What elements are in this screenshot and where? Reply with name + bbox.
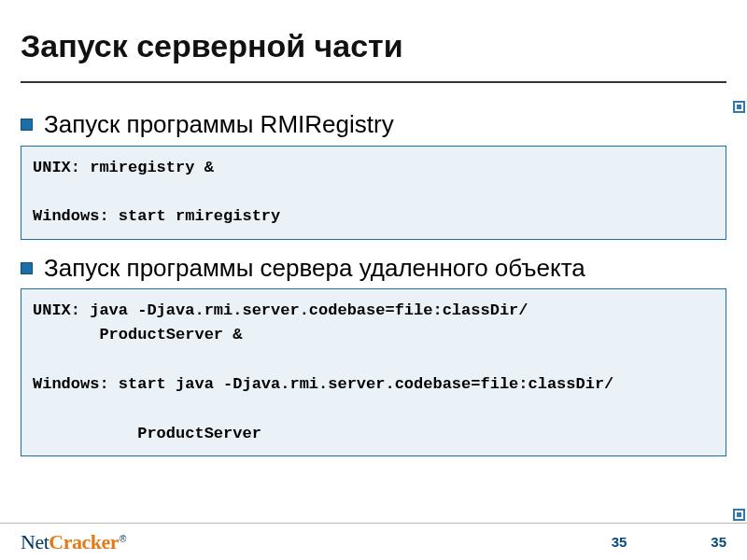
title-wrap: Запуск серверной части <box>0 0 747 72</box>
bullet-text: Запуск программы сервера удаленного объе… <box>44 253 585 284</box>
decor-square-icon <box>733 101 745 113</box>
code-block: UNIX: java -Djava.rmi.server.codebase=fi… <box>21 288 726 456</box>
page-number: 35 <box>711 534 726 550</box>
page-numbers: 35 35 <box>612 534 726 550</box>
brand-logo: NetCracker® <box>21 530 126 554</box>
bullet-icon <box>21 119 33 131</box>
bullet-item: Запуск программы RMIRegistry <box>21 109 726 140</box>
content-area: Запуск программы RMIRegistry UNIX: rmire… <box>0 83 747 560</box>
brand-net: Net <box>21 530 49 553</box>
page-number: 35 <box>612 534 627 550</box>
slide: Запуск серверной части Запуск программы … <box>0 0 747 560</box>
bullet-text: Запуск программы RMIRegistry <box>44 109 394 140</box>
decor-square-icon <box>733 509 745 521</box>
bullet-icon <box>21 262 33 274</box>
page-title: Запуск серверной части <box>21 28 726 64</box>
brand-registered-icon: ® <box>120 534 126 544</box>
bullet-item: Запуск программы сервера удаленного объе… <box>21 253 726 284</box>
footer: NetCracker® 35 35 <box>0 523 747 560</box>
code-block: UNIX: rmiregistry & Windows: start rmire… <box>21 146 726 240</box>
brand-cracker: Cracker <box>49 530 119 553</box>
